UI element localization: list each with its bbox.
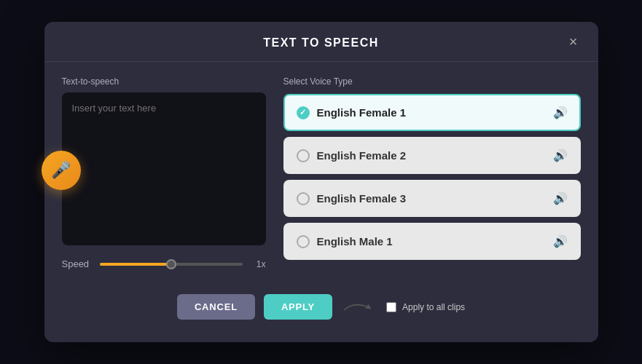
voice-list: English Female 1 🔊 English Female 2 🔊 [283, 94, 581, 260]
voice-type-label: Select Voice Type [283, 76, 581, 87]
voice-item-left-2: English Female 2 [297, 149, 407, 162]
voice-item-left-4: English Male 1 [297, 235, 393, 248]
voice-item-english-male-1[interactable]: English Male 1 🔊 [283, 223, 581, 260]
voice-radio-english-female-3 [297, 192, 310, 205]
apply-all-checkbox[interactable] [386, 302, 396, 312]
apply-button[interactable]: APPLY [264, 294, 332, 320]
speed-section: Speed 1x [62, 258, 266, 269]
voice-name-english-female-1: English Female 1 [317, 106, 407, 119]
speed-slider[interactable] [100, 263, 243, 266]
speaker-icon-1[interactable]: 🔊 [553, 106, 568, 119]
speed-value: 1x [251, 259, 266, 269]
voice-name-english-female-2: English Female 2 [317, 149, 407, 162]
voice-radio-english-female-1 [297, 106, 310, 119]
apply-all-label: Apply to all clips [402, 302, 465, 312]
speaker-icon-4[interactable]: 🔊 [553, 234, 568, 248]
voice-item-english-female-3[interactable]: English Female 3 🔊 [283, 180, 581, 217]
text-to-speech-label: Text-to-speech [62, 76, 266, 87]
arrow-hint [341, 296, 377, 318]
right-panel: Select Voice Type English Female 1 🔊 Eng… [283, 76, 581, 269]
voice-name-english-female-3: English Female 3 [317, 192, 407, 205]
voice-radio-english-male-1 [297, 235, 310, 248]
left-panel: Text-to-speech 🎤 Speed 1x [62, 76, 266, 269]
close-button[interactable]: × [563, 31, 584, 52]
modal-footer: CANCEL APPLY Apply to all clips [44, 284, 598, 334]
voice-item-left-3: English Female 3 [297, 192, 407, 205]
voice-radio-english-female-2 [297, 149, 310, 162]
modal-header: TEXT TO SPEECH × [44, 22, 598, 62]
modal-overlay: TEXT TO SPEECH × Text-to-speech 🎤 Speed … [0, 0, 642, 364]
text-input[interactable] [62, 92, 266, 245]
arrow-icon [341, 296, 377, 318]
apply-all-section: Apply to all clips [386, 302, 465, 312]
speaker-icon-2[interactable]: 🔊 [553, 149, 568, 162]
microphone-button[interactable]: 🎤 [42, 151, 81, 190]
voice-item-english-female-1[interactable]: English Female 1 🔊 [283, 94, 581, 131]
speed-label: Speed [62, 258, 91, 269]
speaker-icon-3[interactable]: 🔊 [553, 191, 568, 205]
voice-item-english-female-2[interactable]: English Female 2 🔊 [283, 137, 581, 174]
text-to-speech-modal: TEXT TO SPEECH × Text-to-speech 🎤 Speed … [44, 22, 598, 342]
text-area-wrapper: 🎤 [62, 92, 266, 248]
microphone-icon: 🎤 [51, 161, 71, 180]
modal-title: TEXT TO SPEECH [263, 36, 379, 50]
voice-item-left: English Female 1 [297, 106, 407, 119]
modal-body: Text-to-speech 🎤 Speed 1x Select Voice T… [44, 62, 598, 284]
cancel-button[interactable]: CANCEL [177, 294, 255, 320]
voice-name-english-male-1: English Male 1 [317, 235, 393, 248]
